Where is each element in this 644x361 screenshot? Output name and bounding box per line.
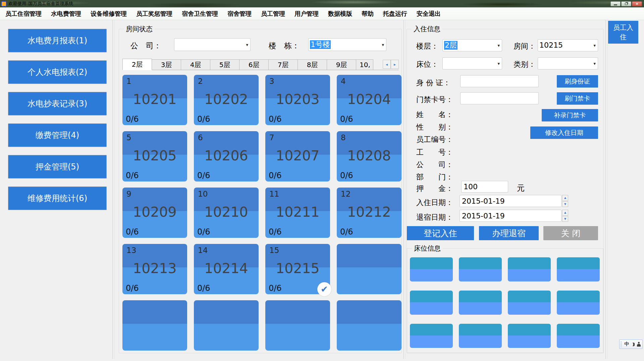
deposit-input[interactable] <box>461 181 508 193</box>
room-tile[interactable]: ✔ <box>194 300 259 351</box>
spin-up-icon[interactable]: ▲ <box>562 195 568 201</box>
room-tile[interactable]: 11 10211 0/6 ✔ <box>265 188 330 238</box>
room-tile[interactable]: 3 10203 0/6 ✔ <box>265 75 330 125</box>
room-tile[interactable]: 12 10212 0/6 ✔ <box>337 188 401 238</box>
menu-item[interactable]: 用户管理 <box>290 7 323 20</box>
drag-handle-icon[interactable] <box>621 341 622 347</box>
room-tile[interactable]: 7 10207 0/6 ✔ <box>265 131 330 182</box>
room-tile[interactable]: 9 10209 0/6 ✔ <box>122 188 187 238</box>
room-tile[interactable]: 8 10208 0/6 ✔ <box>337 131 401 182</box>
app-icon <box>1 1 6 6</box>
spin-down-icon[interactable]: ▼ <box>562 201 568 207</box>
floor-tab[interactable]: 5层 <box>210 59 239 70</box>
floor-tab[interactable]: 3层 <box>152 59 181 70</box>
bed-tile[interactable] <box>459 257 502 281</box>
minimize-button[interactable] <box>610 1 621 6</box>
room-occupancy: 0/6 <box>269 227 282 237</box>
floor-tab[interactable]: 6层 <box>239 59 269 70</box>
restore-button[interactable] <box>621 1 631 6</box>
building-select[interactable]: 1号楼 ▾ <box>308 38 386 51</box>
menu-item[interactable]: 帮助 <box>357 7 378 20</box>
company-select[interactable]: ▾ <box>174 38 251 51</box>
floor-select[interactable]: 2层 ▾ <box>442 39 502 51</box>
floor-tab[interactable]: 8层 <box>298 59 327 70</box>
menu-item[interactable]: 宿舍卫生管理 <box>177 7 223 20</box>
room-tile[interactable]: 13 10213 0/6 ✔ <box>122 244 187 294</box>
bed-tile[interactable] <box>508 324 551 348</box>
modify-checkin-date-button[interactable]: 修改入住日期 <box>530 126 598 139</box>
tab-scroll-left-icon[interactable]: ◂ <box>383 60 391 69</box>
menu-item[interactable]: 员工住宿管理 <box>1 7 46 20</box>
sidebar-button[interactable]: 维修费用统计(6) <box>8 187 107 210</box>
menu-bar: 员工住宿管理水电费管理设备维修管理员工奖惩管理宿舍卫生管理宿舍管理员工管理用户管… <box>0 7 644 20</box>
sidebar-button[interactable]: 水电抄表记录(3) <box>8 92 107 115</box>
room-tile[interactable]: ✔ <box>337 244 401 294</box>
bed-tile[interactable] <box>410 291 453 315</box>
supplement-access-card-button[interactable]: 补录门禁卡 <box>542 109 598 121</box>
room-tile[interactable]: 1 10201 0/6 ✔ <box>122 75 187 125</box>
sidebar-button[interactable]: 押金管理(5) <box>8 155 107 178</box>
sidebar-button[interactable]: 个人水电报表(2) <box>8 60 107 84</box>
access-card-input[interactable] <box>460 92 539 104</box>
scan-access-card-button[interactable]: 刷门禁卡 <box>557 92 598 105</box>
bed-tile[interactable] <box>557 257 600 281</box>
room-tile[interactable]: ✔ <box>337 300 401 351</box>
room-occupancy: 0/6 <box>197 283 210 293</box>
floor-tab[interactable]: 10, <box>356 59 373 70</box>
menu-item[interactable]: 宿舍管理 <box>223 7 256 20</box>
room-tile[interactable]: 6 10206 0/6 ✔ <box>194 131 259 182</box>
checkin-date-input[interactable] <box>460 195 561 207</box>
spin-up-icon[interactable]: ▲ <box>562 210 568 216</box>
menu-item[interactable]: 数据模版 <box>323 7 357 20</box>
bed-select[interactable]: ▾ <box>442 57 502 69</box>
room-tile[interactable]: 4 10204 0/6 ✔ <box>337 75 401 125</box>
menu-item[interactable]: 安全退出 <box>412 7 445 20</box>
menu-item[interactable]: 员工管理 <box>256 7 290 20</box>
bed-tile[interactable] <box>459 324 502 348</box>
menu-item[interactable]: 设备维修管理 <box>86 7 131 20</box>
ime-chinese-icon[interactable]: 中 <box>624 341 629 347</box>
floor-tab[interactable]: 4层 <box>181 59 210 70</box>
bed-tile[interactable] <box>557 291 600 315</box>
sidebar-button[interactable]: 缴费管理(4) <box>8 123 107 147</box>
room-tile[interactable]: ✔ <box>265 300 330 351</box>
floor-tab[interactable]: 2层 <box>122 59 152 70</box>
close-panel-button[interactable]: 关 闭 <box>543 226 598 240</box>
bed-tile[interactable] <box>410 257 453 281</box>
bed-tile[interactable] <box>508 257 551 281</box>
room-number: 10213 <box>122 260 187 276</box>
checkin-info-panel: 入住信息 楼层： 2层 ▾ 房间： 10215 ▾ 床位： ▾ 类别： ▾ 身 … <box>407 29 604 353</box>
room-select[interactable]: 10215 ▾ <box>538 39 598 51</box>
bed-tile[interactable] <box>459 291 502 315</box>
id-card-input[interactable] <box>460 75 539 87</box>
type-select[interactable]: ▾ <box>538 57 598 69</box>
menu-item[interactable]: 托盘运行 <box>378 7 412 20</box>
process-checkout-button[interactable]: 办理退宿 <box>479 226 539 240</box>
scan-id-card-button[interactable]: 刷身份证 <box>557 75 598 88</box>
room-tile[interactable]: 2 10202 0/6 ✔ <box>194 75 259 125</box>
menu-item[interactable]: 水电费管理 <box>46 7 86 20</box>
room-tile[interactable]: 10 10210 0/6 ✔ <box>194 188 259 238</box>
close-button[interactable]: × <box>632 1 642 6</box>
register-checkin-button[interactable]: 登记入住 <box>407 226 474 240</box>
half-width-moon-icon[interactable] <box>631 343 635 346</box>
bed-tile[interactable] <box>557 324 600 348</box>
employee-checkin-button[interactable]: 员工入住 <box>608 21 638 44</box>
checkout-date-input[interactable] <box>460 210 561 222</box>
sidebar-button[interactable]: 水电费月报表(1) <box>8 29 107 52</box>
bed-tile[interactable] <box>508 291 551 315</box>
menu-item[interactable]: 员工奖惩管理 <box>131 7 177 20</box>
room-occupancy: 0/6 <box>126 283 139 293</box>
room-tile[interactable]: 15 10215 0/6 ✔ <box>265 244 330 294</box>
room-tile[interactable]: 5 10205 0/6 ✔ <box>122 131 187 182</box>
room-tile[interactable]: ✔ <box>122 300 187 351</box>
floor-tab-strip: 2层3层4层5层6层7层8层9层10, ◂ ▸ <box>122 59 399 70</box>
floor-tab[interactable]: 9层 <box>327 59 356 70</box>
floor-tab[interactable]: 7层 <box>268 59 298 70</box>
bed-tile[interactable] <box>410 324 453 348</box>
room-tile[interactable]: 14 10214 0/6 ✔ <box>194 244 259 294</box>
tab-scroll-right-icon[interactable]: ▸ <box>391 60 399 69</box>
splitter <box>605 20 606 359</box>
ime-user-icon[interactable] <box>637 342 640 347</box>
spin-down-icon[interactable]: ▼ <box>562 216 568 222</box>
